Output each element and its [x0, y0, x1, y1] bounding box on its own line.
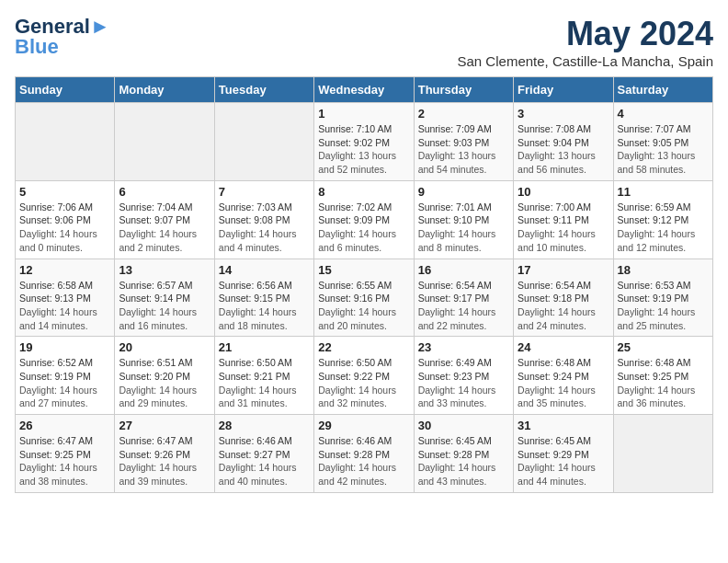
sunset-text: Sunset: 9:29 PM — [518, 449, 589, 460]
daylight-hours: Daylight: 14 hours and 43 minutes. — [418, 462, 496, 487]
daylight-hours: Daylight: 14 hours and 27 minutes. — [19, 385, 97, 409]
sunrise-text: Sunrise: 6:47 AM — [119, 435, 192, 446]
sunset-text: Sunset: 9:03 PM — [418, 137, 490, 148]
sunrise-text: Sunrise: 6:54 AM — [518, 280, 591, 291]
cell-info: Sunrise: 7:07 AMSunset: 9:05 PMDaylight:… — [618, 122, 709, 177]
sunrise-text: Sunrise: 6:51 AM — [119, 357, 192, 368]
daylight-hours: Daylight: 13 hours and 56 minutes. — [518, 150, 596, 175]
daylight-hours: Daylight: 14 hours and 8 minutes. — [418, 228, 496, 253]
daylight-hours: Daylight: 14 hours and 29 minutes. — [119, 385, 197, 409]
sunset-text: Sunset: 9:16 PM — [318, 293, 390, 304]
sunrise-text: Sunrise: 6:58 AM — [19, 280, 93, 291]
week-row-1: 1Sunrise: 7:10 AMSunset: 9:02 PMDaylight… — [16, 103, 713, 181]
cell-info: Sunrise: 7:01 AMSunset: 9:10 PMDaylight:… — [418, 201, 509, 255]
cell-info: Sunrise: 6:58 AMSunset: 9:13 PMDaylight:… — [19, 279, 110, 333]
day-number: 6 — [119, 185, 210, 199]
calendar-cell: 31Sunrise: 6:45 AMSunset: 9:29 PMDayligh… — [514, 415, 613, 493]
week-row-2: 5Sunrise: 7:06 AMSunset: 9:06 PMDaylight… — [16, 180, 713, 259]
sunset-text: Sunset: 9:10 PM — [418, 214, 490, 225]
sunset-text: Sunset: 9:15 PM — [219, 293, 290, 304]
calendar-cell: 11Sunrise: 6:59 AMSunset: 9:12 PMDayligh… — [613, 180, 712, 259]
daylight-hours: Daylight: 14 hours and 36 minutes. — [618, 385, 696, 409]
sunset-text: Sunset: 9:14 PM — [119, 293, 190, 304]
cell-info: Sunrise: 6:48 AMSunset: 9:24 PMDaylight:… — [518, 356, 609, 410]
sunrise-text: Sunrise: 7:07 AM — [618, 123, 691, 134]
sunrise-text: Sunrise: 6:50 AM — [219, 357, 292, 368]
cell-info: Sunrise: 6:56 AMSunset: 9:15 PMDaylight:… — [219, 279, 310, 333]
day-number: 22 — [318, 340, 409, 354]
cell-info: Sunrise: 6:47 AMSunset: 9:25 PMDaylight:… — [19, 434, 110, 488]
daylight-hours: Daylight: 14 hours and 6 minutes. — [318, 228, 396, 253]
sunrise-text: Sunrise: 6:45 AM — [418, 435, 492, 446]
location: San Clemente, Castille-La Mancha, Spain — [458, 53, 713, 69]
day-number: 4 — [618, 107, 709, 121]
daylight-hours: Daylight: 14 hours and 16 minutes. — [119, 306, 197, 331]
day-number: 3 — [518, 107, 609, 121]
sunrise-text: Sunrise: 7:10 AM — [318, 123, 392, 134]
sunrise-text: Sunrise: 6:46 AM — [219, 435, 292, 446]
calendar-header-row: SundayMondayTuesdayWednesdayThursdayFrid… — [16, 77, 713, 103]
day-number: 13 — [119, 263, 210, 277]
sunset-text: Sunset: 9:25 PM — [19, 449, 91, 460]
sunrise-text: Sunrise: 7:08 AM — [518, 123, 591, 134]
cell-info: Sunrise: 6:59 AMSunset: 9:12 PMDaylight:… — [618, 201, 709, 255]
daylight-hours: Daylight: 14 hours and 14 minutes. — [19, 306, 97, 331]
daylight-hours: Daylight: 14 hours and 39 minutes. — [119, 462, 197, 487]
sunset-text: Sunset: 9:19 PM — [19, 371, 91, 382]
sunrise-text: Sunrise: 7:00 AM — [518, 201, 591, 213]
cell-info: Sunrise: 7:08 AMSunset: 9:04 PMDaylight:… — [518, 122, 609, 177]
week-row-5: 26Sunrise: 6:47 AMSunset: 9:25 PMDayligh… — [16, 415, 713, 493]
calendar-table: SundayMondayTuesdayWednesdayThursdayFrid… — [15, 76, 713, 493]
daylight-hours: Daylight: 13 hours and 58 minutes. — [618, 150, 696, 175]
daylight-hours: Daylight: 14 hours and 42 minutes. — [318, 462, 396, 487]
sunrise-text: Sunrise: 6:46 AM — [318, 435, 392, 446]
daylight-hours: Daylight: 13 hours and 52 minutes. — [318, 150, 396, 175]
sunset-text: Sunset: 9:11 PM — [518, 214, 589, 225]
daylight-hours: Daylight: 14 hours and 25 minutes. — [618, 306, 696, 331]
sunset-text: Sunset: 9:07 PM — [119, 214, 190, 225]
sunset-text: Sunset: 9:28 PM — [318, 449, 390, 460]
sunrise-text: Sunrise: 6:59 AM — [618, 201, 691, 213]
cell-info: Sunrise: 7:09 AMSunset: 9:03 PMDaylight:… — [418, 122, 509, 177]
cell-info: Sunrise: 6:51 AMSunset: 9:20 PMDaylight:… — [119, 356, 210, 410]
sunset-text: Sunset: 9:18 PM — [518, 293, 589, 304]
daylight-hours: Daylight: 13 hours and 54 minutes. — [418, 150, 496, 175]
calendar-cell: 1Sunrise: 7:10 AMSunset: 9:02 PMDaylight… — [314, 103, 414, 181]
daylight-hours: Daylight: 14 hours and 38 minutes. — [19, 462, 97, 487]
sunset-text: Sunset: 9:23 PM — [418, 371, 490, 382]
cell-info: Sunrise: 7:10 AMSunset: 9:02 PMDaylight:… — [318, 122, 409, 177]
calendar-cell: 14Sunrise: 6:56 AMSunset: 9:15 PMDayligh… — [214, 259, 313, 337]
calendar-cell: 29Sunrise: 6:46 AMSunset: 9:28 PMDayligh… — [314, 415, 414, 493]
calendar-cell: 27Sunrise: 6:47 AMSunset: 9:26 PMDayligh… — [115, 415, 214, 493]
calendar-cell: 10Sunrise: 7:00 AMSunset: 9:11 PMDayligh… — [514, 180, 613, 259]
month-title: May 2024 — [458, 15, 713, 53]
day-number: 14 — [219, 263, 310, 277]
cell-info: Sunrise: 6:50 AMSunset: 9:21 PMDaylight:… — [219, 356, 310, 410]
sunrise-text: Sunrise: 7:02 AM — [318, 201, 392, 213]
calendar-cell — [16, 103, 115, 181]
calendar-cell: 19Sunrise: 6:52 AMSunset: 9:19 PMDayligh… — [16, 337, 115, 415]
calendar-body: 1Sunrise: 7:10 AMSunset: 9:02 PMDaylight… — [16, 103, 713, 493]
day-header-sunday: Sunday — [16, 77, 115, 103]
sunset-text: Sunset: 9:17 PM — [418, 293, 490, 304]
cell-info: Sunrise: 6:54 AMSunset: 9:18 PMDaylight:… — [518, 279, 609, 333]
calendar-cell — [214, 103, 313, 181]
day-number: 8 — [318, 185, 409, 199]
day-header-monday: Monday — [115, 77, 214, 103]
day-number: 19 — [19, 340, 110, 354]
calendar-cell: 8Sunrise: 7:02 AMSunset: 9:09 PMDaylight… — [314, 180, 414, 259]
sunrise-text: Sunrise: 6:54 AM — [418, 280, 492, 291]
sunset-text: Sunset: 9:25 PM — [618, 371, 689, 382]
daylight-hours: Daylight: 14 hours and 4 minutes. — [219, 228, 297, 253]
calendar-cell — [613, 415, 712, 493]
sunset-text: Sunset: 9:06 PM — [19, 214, 91, 225]
calendar-cell: 9Sunrise: 7:01 AMSunset: 9:10 PMDaylight… — [414, 180, 513, 259]
cell-info: Sunrise: 6:54 AMSunset: 9:17 PMDaylight:… — [418, 279, 509, 333]
daylight-hours: Daylight: 14 hours and 2 minutes. — [119, 228, 197, 253]
cell-info: Sunrise: 6:55 AMSunset: 9:16 PMDaylight:… — [318, 279, 409, 333]
calendar-cell — [115, 103, 214, 181]
day-number: 11 — [618, 185, 709, 199]
sunset-text: Sunset: 9:02 PM — [318, 137, 390, 148]
calendar-cell: 16Sunrise: 6:54 AMSunset: 9:17 PMDayligh… — [414, 259, 513, 337]
day-number: 23 — [418, 340, 509, 354]
